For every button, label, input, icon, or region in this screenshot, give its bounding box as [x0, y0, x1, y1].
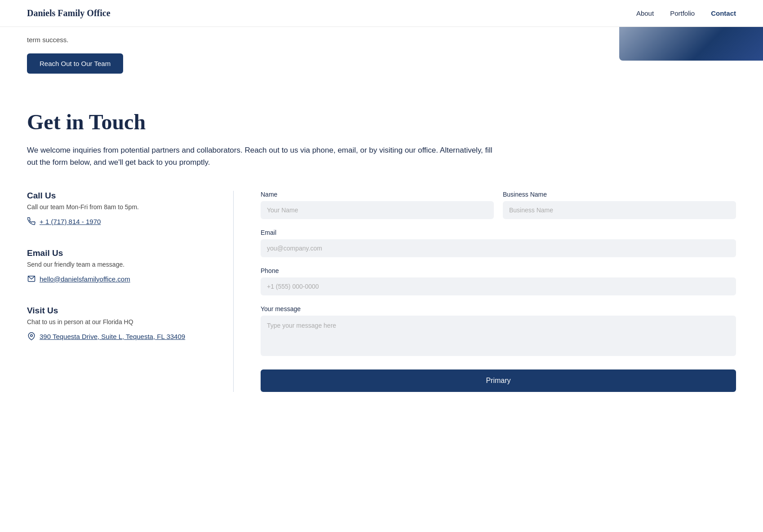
business-field-group: Business Name: [503, 191, 736, 219]
email-us-title: Email Us: [27, 248, 215, 258]
phone-link[interactable]: + 1 (717) 814 - 1970: [27, 217, 215, 226]
nav-portfolio[interactable]: Portfolio: [670, 9, 695, 17]
call-us-title: Call Us: [27, 191, 215, 201]
call-us-block: Call Us Call our team Mon-Fri from 8am t…: [27, 191, 215, 226]
location-icon: [27, 332, 36, 341]
message-label: Your message: [261, 305, 736, 312]
visit-us-desc: Chat to us in person at our Florida HQ: [27, 318, 215, 325]
svg-point-1: [31, 335, 33, 337]
section-title: Get in Touch: [27, 110, 736, 134]
address-text: 390 Tequesta Drive, Suite L, Tequesta, F…: [40, 333, 185, 340]
hero-text: term success.: [27, 27, 413, 44]
name-field-group: Name: [261, 191, 494, 219]
navbar: Daniels Family Office About Portfolio Co…: [0, 0, 763, 27]
address-link[interactable]: 390 Tequesta Drive, Suite L, Tequesta, F…: [27, 332, 215, 341]
name-business-row: Name Business Name: [261, 191, 736, 219]
phone-icon: [27, 217, 36, 226]
section-description: We welcome inquiries from potential part…: [27, 144, 503, 168]
phone-input[interactable]: [261, 277, 736, 295]
email-address: hello@danielsfamilyoffice.com: [40, 275, 130, 283]
name-input[interactable]: [261, 201, 494, 219]
nav-links: About Portfolio Contact: [636, 9, 736, 17]
contact-form: Name Business Name Email Phone Your mess…: [234, 191, 736, 392]
reach-out-button[interactable]: Reach Out to Our Team: [27, 53, 123, 74]
business-label: Business Name: [503, 191, 736, 198]
email-us-desc: Send our friendly team a message.: [27, 261, 215, 268]
hero-section: term success. Reach Out to Our Team: [0, 27, 763, 87]
phone-number: + 1 (717) 814 - 1970: [40, 218, 101, 225]
contact-info-column: Call Us Call our team Mon-Fri from 8am t…: [27, 191, 234, 392]
email-label: Email: [261, 229, 736, 236]
email-icon: [27, 274, 36, 283]
message-textarea[interactable]: [261, 316, 736, 356]
visit-us-title: Visit Us: [27, 306, 215, 316]
email-input[interactable]: [261, 239, 736, 257]
email-field-group: Email: [261, 229, 736, 257]
email-link[interactable]: hello@danielsfamilyoffice.com: [27, 274, 215, 283]
nav-about[interactable]: About: [636, 9, 654, 17]
business-input[interactable]: [503, 201, 736, 219]
contact-layout: Call Us Call our team Mon-Fri from 8am t…: [27, 191, 736, 392]
message-field-group: Your message: [261, 305, 736, 356]
site-logo: Daniels Family Office: [27, 8, 111, 18]
name-label: Name: [261, 191, 494, 198]
email-us-block: Email Us Send our friendly team a messag…: [27, 248, 215, 283]
get-in-touch-section: Get in Touch We welcome inquiries from p…: [0, 87, 763, 419]
phone-label: Phone: [261, 267, 736, 274]
hero-image-corner: [619, 27, 763, 61]
nav-contact[interactable]: Contact: [711, 9, 736, 17]
submit-button[interactable]: Primary: [261, 369, 736, 392]
visit-us-block: Visit Us Chat to us in person at our Flo…: [27, 306, 215, 341]
phone-field-group: Phone: [261, 267, 736, 295]
call-us-desc: Call our team Mon-Fri from 8am to 5pm.: [27, 203, 215, 211]
